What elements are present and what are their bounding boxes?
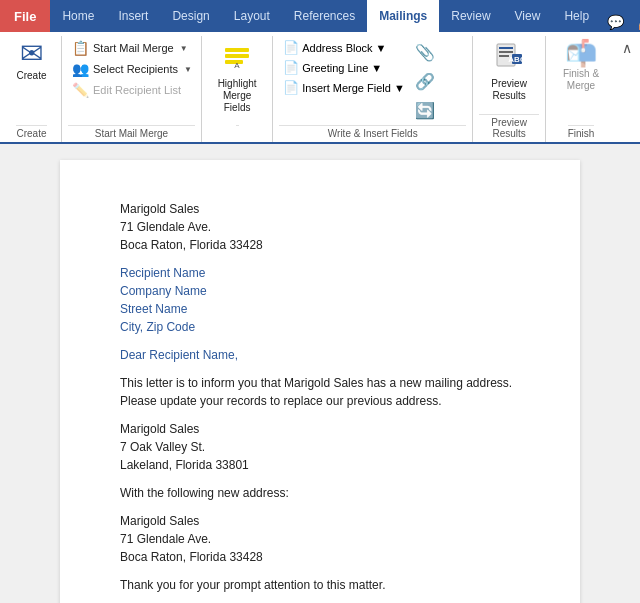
- select-recipients-label: Select Recipients: [93, 63, 178, 75]
- group-preview: ABC Preview Results Preview Results: [473, 36, 546, 142]
- group-finish: 📬 Finish & Merge Finish: [546, 36, 616, 142]
- update-labels-icon: 🔄: [415, 101, 435, 120]
- create-icon: ✉: [20, 40, 43, 68]
- share-icon[interactable]: 📤: [632, 12, 640, 32]
- finish-icon: 📬: [565, 40, 597, 66]
- new-addr2-1: 71 Glendale Ave.: [120, 530, 520, 548]
- new-addr-name: Marigold Sales: [120, 420, 520, 438]
- merge-recipient-name: Recipient Name: [120, 264, 520, 282]
- insert-merge-label: Insert Merge Field: [302, 82, 391, 94]
- group-finish-label: Finish: [568, 125, 595, 142]
- new-addr-city: Lakeland, Florida 33801: [120, 456, 520, 474]
- intro-new-address: With the following new address:: [120, 484, 520, 502]
- group-highlight-label: [236, 125, 239, 142]
- greeting-line-arrow: ▼: [371, 62, 382, 74]
- greeting-line-button[interactable]: 📄 Greeting Line ▼: [279, 58, 409, 77]
- group-preview-label: Preview Results: [479, 114, 539, 142]
- preview-icon: ABC: [493, 40, 525, 76]
- tab-file[interactable]: File: [0, 0, 50, 32]
- highlight-icon: A: [221, 40, 253, 76]
- select-recipients-arrow: ▼: [184, 65, 192, 74]
- highlight-label: Highlight Merge Fields: [213, 78, 261, 114]
- svg-text:ABC: ABC: [508, 55, 525, 64]
- right-icons: 📎 🔗 🔄: [411, 36, 439, 123]
- start-merge-arrow: ▼: [180, 44, 188, 53]
- tab-help[interactable]: Help: [552, 0, 601, 32]
- closing-text: Thank you for your prompt attention to t…: [120, 576, 520, 594]
- start-merge-label: Start Mail Merge: [93, 42, 174, 54]
- create-label: Create: [16, 70, 46, 81]
- tab-view[interactable]: View: [503, 0, 553, 32]
- edit-list-icon: ✏️: [72, 82, 89, 98]
- address-block-button[interactable]: 📄 Address Block ▼: [279, 38, 409, 57]
- preview-results-button[interactable]: ABC Preview Results: [485, 36, 533, 106]
- svg-text:A: A: [234, 61, 240, 70]
- insert-merge-field-button[interactable]: 📄 Insert Merge Field ▼: [279, 78, 409, 97]
- tab-review[interactable]: Review: [439, 0, 502, 32]
- sender-name: Marigold Sales: [120, 200, 520, 218]
- comment-icon[interactable]: 💬: [601, 12, 630, 32]
- address-block-icon: 📄: [283, 40, 299, 55]
- tab-layout[interactable]: Layout: [222, 0, 282, 32]
- start-mail-merge-button[interactable]: 📋 Start Mail Merge ▼: [68, 38, 196, 58]
- group-start-merge-label: Start Mail Merge: [68, 125, 195, 142]
- group-write-insert-label: Write & Insert Fields: [279, 125, 466, 142]
- finish-merge-button[interactable]: 📬 Finish & Merge: [557, 36, 605, 96]
- document-area: Marigold Sales 71 Glendale Ave. Boca Rat…: [0, 144, 640, 603]
- merge-city-zip: City, Zip Code: [120, 318, 520, 336]
- insert-merge-arrow: ▼: [394, 82, 405, 94]
- sender-city-state-zip: Boca Raton, Florida 33428: [120, 236, 520, 254]
- svg-rect-0: [225, 48, 249, 52]
- tab-bar: File Home Insert Design Layout Reference…: [0, 0, 640, 32]
- rules-button[interactable]: 📎: [411, 40, 439, 65]
- preview-label: Preview Results: [491, 78, 527, 102]
- tab-mailings[interactable]: Mailings: [367, 0, 439, 32]
- edit-list-label: Edit Recipient List: [93, 84, 181, 96]
- group-create-label: Create: [16, 125, 46, 142]
- match-fields-icon: 🔗: [415, 72, 435, 91]
- insert-merge-icon: 📄: [283, 80, 299, 95]
- update-labels-button[interactable]: 🔄: [411, 98, 439, 123]
- create-button[interactable]: ✉ Create: [10, 36, 54, 85]
- group-create: ✉ Create Create: [2, 36, 62, 142]
- rules-icon: 📎: [415, 43, 435, 62]
- svg-rect-5: [499, 47, 513, 49]
- collapse-ribbon-button[interactable]: ∧: [616, 36, 638, 60]
- salutation: Dear Recipient Name,: [120, 346, 520, 364]
- address-block-label: Address Block: [302, 42, 372, 54]
- new-addr-1: 7 Oak Valley St.: [120, 438, 520, 456]
- svg-rect-1: [225, 54, 249, 58]
- body-paragraph-1: This letter is to inform you that Marigo…: [120, 374, 520, 410]
- sender-address1: 71 Glendale Ave.: [120, 218, 520, 236]
- greeting-line-label: Greeting Line: [302, 62, 368, 74]
- group-start-mail-merge: 📋 Start Mail Merge ▼ 👥 Select Recipients…: [62, 36, 202, 142]
- ribbon: ✉ Create Create 📋 Start Mail Merge ▼ 👥 S…: [0, 32, 640, 144]
- tab-design[interactable]: Design: [160, 0, 221, 32]
- edit-recipient-list-button: ✏️ Edit Recipient List: [68, 80, 196, 100]
- document-page: Marigold Sales 71 Glendale Ave. Boca Rat…: [60, 160, 580, 603]
- start-merge-btns: 📋 Start Mail Merge ▼ 👥 Select Recipients…: [68, 36, 196, 100]
- svg-rect-6: [499, 51, 513, 53]
- tab-insert[interactable]: Insert: [106, 0, 160, 32]
- greeting-line-icon: 📄: [283, 60, 299, 75]
- tab-home[interactable]: Home: [50, 0, 106, 32]
- match-fields-button[interactable]: 🔗: [411, 69, 439, 94]
- merge-company-name: Company Name: [120, 282, 520, 300]
- select-recipients-icon: 👥: [72, 61, 89, 77]
- merge-street-name: Street Name: [120, 300, 520, 318]
- finish-label: Finish & Merge: [563, 68, 599, 92]
- tab-references[interactable]: References: [282, 0, 367, 32]
- address-block-arrow: ▼: [376, 42, 387, 54]
- new-addr2-name: Marigold Sales: [120, 512, 520, 530]
- group-write-insert: 📄 Address Block ▼ 📄 Greeting Line ▼ 📄 In…: [273, 36, 473, 142]
- select-recipients-button[interactable]: 👥 Select Recipients ▼: [68, 59, 196, 79]
- highlight-merge-fields-button[interactable]: A Highlight Merge Fields: [207, 36, 267, 118]
- new-addr2-city: Boca Raton, Florida 33428: [120, 548, 520, 566]
- start-merge-icon: 📋: [72, 40, 89, 56]
- group-highlight: A Highlight Merge Fields: [202, 36, 273, 142]
